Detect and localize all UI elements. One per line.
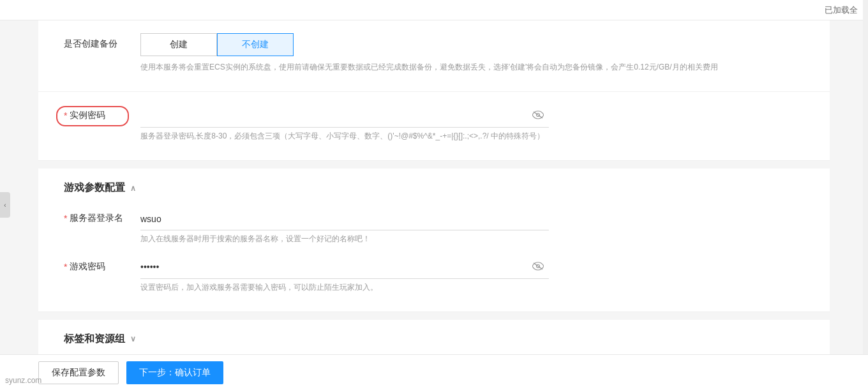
- server-name-input-wrapper: [140, 207, 549, 230]
- password-required: *: [64, 110, 67, 121]
- save-config-button[interactable]: 保存配置参数: [38, 361, 119, 384]
- sidebar-toggle[interactable]: ‹: [0, 192, 10, 218]
- game-password-row: * 游戏密码 设置密码后，加入游戏服务器: [64, 256, 804, 294]
- server-name-row: * 服务器登录名 加入在线服务器时用于搜索的服务器名称，设置一个好记的名称吧！: [64, 207, 804, 245]
- page-wrapper: 已加载全 ‹ 是否创建备份 创建 不创建 使用本服务将会重置ECS实例的系统盘，…: [0, 0, 868, 390]
- password-row: * 实例密码 服务器登录密码,长度8-3: [64, 105, 804, 142]
- tags-title-text: 标签和资源组: [64, 333, 125, 346]
- game-password-eye-icon[interactable]: [532, 262, 544, 273]
- server-name-required: *: [64, 213, 67, 223]
- game-password-input-wrapper: [140, 256, 549, 279]
- password-content: 服务器登录密码,长度8-30，必须包含三项（大写字母、小写字母、数字、()'~!…: [140, 105, 804, 142]
- watermark: syunz.com: [5, 376, 41, 385]
- password-input-wrapper: [140, 105, 549, 128]
- backup-section: 是否创建备份 创建 不创建 使用本服务将会重置ECS实例的系统盘，使用前请确保无…: [38, 20, 830, 92]
- game-password-hint: 设置密码后，加入游戏服务器需要输入密码，可以防止陌生玩家加入。: [140, 281, 804, 294]
- server-name-hint: 加入在线服务器时用于搜索的服务器名称，设置一个好记的名称吧！: [140, 233, 804, 245]
- divider-2: [38, 312, 830, 320]
- password-eye-icon[interactable]: [532, 110, 544, 122]
- server-name-label: * 服务器登录名: [64, 207, 140, 224]
- next-step-button[interactable]: 下一步：确认订单: [126, 361, 223, 384]
- game-password-label: * 游戏密码: [64, 256, 140, 273]
- game-password-content: 设置密码后，加入游戏服务器需要输入密码，可以防止陌生玩家加入。: [140, 256, 804, 294]
- top-bar-text: 已加载全: [825, 4, 858, 16]
- game-password-input[interactable]: [140, 256, 549, 279]
- footer-bar: 保存配置参数 下一步：确认订单: [0, 354, 868, 390]
- server-name-content: 加入在线服务器时用于搜索的服务器名称，设置一个好记的名称吧！: [140, 207, 804, 245]
- backup-content: 创建 不创建 使用本服务将会重置ECS实例的系统盘，使用前请确保无重要数据或已经…: [140, 33, 804, 73]
- game-config-title: 游戏参数配置 ∧: [64, 181, 804, 195]
- scrollbar[interactable]: [863, 0, 868, 390]
- tags-title: 标签和资源组 ∨: [64, 333, 804, 346]
- backup-label-text: 是否创建备份: [64, 38, 117, 50]
- backup-row: 是否创建备份 创建 不创建 使用本服务将会重置ECS实例的系统盘，使用前请确保无…: [64, 33, 804, 73]
- top-bar: 已加载全: [0, 0, 868, 20]
- no-create-backup-button[interactable]: 不创建: [217, 33, 294, 56]
- password-hint: 服务器登录密码,长度8-30，必须包含三项（大写字母、小写字母、数字、()'~!…: [140, 130, 804, 142]
- main-content: 是否创建备份 创建 不创建 使用本服务将会重置ECS实例的系统盘，使用前请确保无…: [38, 20, 830, 390]
- backup-hint: 使用本服务将会重置ECS实例的系统盘，使用前请确保无重要数据或已经完成数据备份，…: [140, 61, 804, 73]
- svg-line-3: [534, 263, 542, 269]
- password-label-text: 实例密码: [70, 110, 105, 121]
- game-config-chevron[interactable]: ∧: [130, 184, 136, 193]
- tags-chevron[interactable]: ∨: [130, 334, 136, 343]
- divider-1: [38, 161, 830, 169]
- server-name-input[interactable]: [140, 207, 549, 230]
- backup-buttons: 创建 不创建: [140, 33, 804, 56]
- password-input[interactable]: [140, 105, 549, 128]
- game-config-title-text: 游戏参数配置: [64, 181, 125, 195]
- backup-label: 是否创建备份: [64, 33, 140, 50]
- create-backup-button[interactable]: 创建: [140, 33, 217, 56]
- chevron-left-icon: ‹: [4, 202, 6, 209]
- password-section: * 实例密码 服务器登录密码,长度8-3: [38, 92, 830, 161]
- server-name-label-text: 服务器登录名: [70, 213, 123, 224]
- svg-line-1: [534, 112, 542, 118]
- game-password-label-text: 游戏密码: [70, 261, 105, 273]
- game-password-required: *: [64, 262, 67, 272]
- game-config-section: 游戏参数配置 ∧ * 服务器登录名 加入在线服务器时用于搜索的服务器名称，设置一…: [38, 169, 830, 311]
- password-label: * 实例密码: [64, 105, 140, 121]
